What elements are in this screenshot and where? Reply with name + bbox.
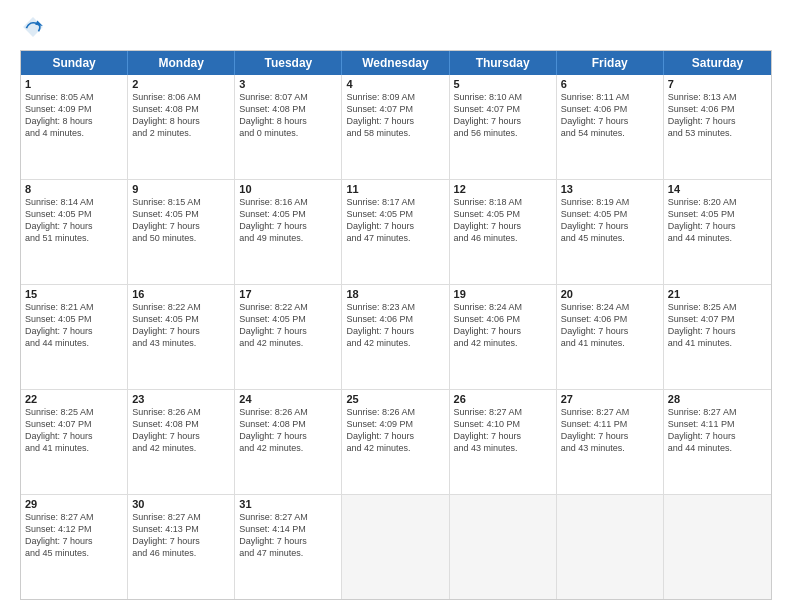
day-number: 14 xyxy=(668,183,767,195)
day-info: Sunrise: 8:27 AMSunset: 4:10 PMDaylight:… xyxy=(454,406,552,455)
calendar-row: 8Sunrise: 8:14 AMSunset: 4:05 PMDaylight… xyxy=(21,180,771,285)
calendar-cell xyxy=(557,495,664,599)
calendar-cell: 30Sunrise: 8:27 AMSunset: 4:13 PMDayligh… xyxy=(128,495,235,599)
calendar-cell: 28Sunrise: 8:27 AMSunset: 4:11 PMDayligh… xyxy=(664,390,771,494)
calendar-cell: 4Sunrise: 8:09 AMSunset: 4:07 PMDaylight… xyxy=(342,75,449,179)
day-info: Sunrise: 8:19 AMSunset: 4:05 PMDaylight:… xyxy=(561,196,659,245)
logo-icon xyxy=(22,16,44,38)
day-number: 17 xyxy=(239,288,337,300)
day-number: 6 xyxy=(561,78,659,90)
day-number: 2 xyxy=(132,78,230,90)
day-number: 21 xyxy=(668,288,767,300)
day-info: Sunrise: 8:24 AMSunset: 4:06 PMDaylight:… xyxy=(454,301,552,350)
weekday-header: Wednesday xyxy=(342,51,449,75)
calendar-cell: 9Sunrise: 8:15 AMSunset: 4:05 PMDaylight… xyxy=(128,180,235,284)
calendar-cell: 27Sunrise: 8:27 AMSunset: 4:11 PMDayligh… xyxy=(557,390,664,494)
day-number: 16 xyxy=(132,288,230,300)
day-number: 3 xyxy=(239,78,337,90)
day-number: 23 xyxy=(132,393,230,405)
day-info: Sunrise: 8:27 AMSunset: 4:11 PMDaylight:… xyxy=(561,406,659,455)
day-info: Sunrise: 8:05 AMSunset: 4:09 PMDaylight:… xyxy=(25,91,123,140)
calendar-cell: 16Sunrise: 8:22 AMSunset: 4:05 PMDayligh… xyxy=(128,285,235,389)
calendar-cell: 22Sunrise: 8:25 AMSunset: 4:07 PMDayligh… xyxy=(21,390,128,494)
day-info: Sunrise: 8:17 AMSunset: 4:05 PMDaylight:… xyxy=(346,196,444,245)
day-info: Sunrise: 8:14 AMSunset: 4:05 PMDaylight:… xyxy=(25,196,123,245)
day-info: Sunrise: 8:23 AMSunset: 4:06 PMDaylight:… xyxy=(346,301,444,350)
day-info: Sunrise: 8:09 AMSunset: 4:07 PMDaylight:… xyxy=(346,91,444,140)
calendar-cell: 18Sunrise: 8:23 AMSunset: 4:06 PMDayligh… xyxy=(342,285,449,389)
calendar-cell: 6Sunrise: 8:11 AMSunset: 4:06 PMDaylight… xyxy=(557,75,664,179)
day-number: 11 xyxy=(346,183,444,195)
day-info: Sunrise: 8:10 AMSunset: 4:07 PMDaylight:… xyxy=(454,91,552,140)
day-number: 10 xyxy=(239,183,337,195)
day-number: 28 xyxy=(668,393,767,405)
weekday-header: Saturday xyxy=(664,51,771,75)
day-info: Sunrise: 8:15 AMSunset: 4:05 PMDaylight:… xyxy=(132,196,230,245)
calendar-cell: 31Sunrise: 8:27 AMSunset: 4:14 PMDayligh… xyxy=(235,495,342,599)
day-number: 4 xyxy=(346,78,444,90)
day-info: Sunrise: 8:24 AMSunset: 4:06 PMDaylight:… xyxy=(561,301,659,350)
day-number: 22 xyxy=(25,393,123,405)
day-number: 31 xyxy=(239,498,337,510)
day-number: 30 xyxy=(132,498,230,510)
day-number: 29 xyxy=(25,498,123,510)
calendar-cell: 5Sunrise: 8:10 AMSunset: 4:07 PMDaylight… xyxy=(450,75,557,179)
day-info: Sunrise: 8:11 AMSunset: 4:06 PMDaylight:… xyxy=(561,91,659,140)
calendar-cell: 11Sunrise: 8:17 AMSunset: 4:05 PMDayligh… xyxy=(342,180,449,284)
day-number: 8 xyxy=(25,183,123,195)
day-info: Sunrise: 8:27 AMSunset: 4:11 PMDaylight:… xyxy=(668,406,767,455)
page: SundayMondayTuesdayWednesdayThursdayFrid… xyxy=(0,0,792,612)
calendar-cell: 17Sunrise: 8:22 AMSunset: 4:05 PMDayligh… xyxy=(235,285,342,389)
calendar-cell: 23Sunrise: 8:26 AMSunset: 4:08 PMDayligh… xyxy=(128,390,235,494)
calendar-cell: 8Sunrise: 8:14 AMSunset: 4:05 PMDaylight… xyxy=(21,180,128,284)
day-info: Sunrise: 8:26 AMSunset: 4:08 PMDaylight:… xyxy=(239,406,337,455)
weekday-header: Sunday xyxy=(21,51,128,75)
calendar-row: 29Sunrise: 8:27 AMSunset: 4:12 PMDayligh… xyxy=(21,495,771,599)
day-info: Sunrise: 8:27 AMSunset: 4:12 PMDaylight:… xyxy=(25,511,123,560)
day-info: Sunrise: 8:26 AMSunset: 4:09 PMDaylight:… xyxy=(346,406,444,455)
day-number: 25 xyxy=(346,393,444,405)
day-info: Sunrise: 8:16 AMSunset: 4:05 PMDaylight:… xyxy=(239,196,337,245)
day-info: Sunrise: 8:20 AMSunset: 4:05 PMDaylight:… xyxy=(668,196,767,245)
weekday-header: Friday xyxy=(557,51,664,75)
calendar-cell: 15Sunrise: 8:21 AMSunset: 4:05 PMDayligh… xyxy=(21,285,128,389)
day-info: Sunrise: 8:27 AMSunset: 4:14 PMDaylight:… xyxy=(239,511,337,560)
calendar-cell: 19Sunrise: 8:24 AMSunset: 4:06 PMDayligh… xyxy=(450,285,557,389)
day-info: Sunrise: 8:26 AMSunset: 4:08 PMDaylight:… xyxy=(132,406,230,455)
calendar-body: 1Sunrise: 8:05 AMSunset: 4:09 PMDaylight… xyxy=(21,75,771,599)
day-number: 9 xyxy=(132,183,230,195)
calendar-cell: 25Sunrise: 8:26 AMSunset: 4:09 PMDayligh… xyxy=(342,390,449,494)
calendar-cell: 26Sunrise: 8:27 AMSunset: 4:10 PMDayligh… xyxy=(450,390,557,494)
day-number: 13 xyxy=(561,183,659,195)
calendar-cell: 13Sunrise: 8:19 AMSunset: 4:05 PMDayligh… xyxy=(557,180,664,284)
day-info: Sunrise: 8:21 AMSunset: 4:05 PMDaylight:… xyxy=(25,301,123,350)
day-info: Sunrise: 8:25 AMSunset: 4:07 PMDaylight:… xyxy=(25,406,123,455)
calendar-header: SundayMondayTuesdayWednesdayThursdayFrid… xyxy=(21,51,771,75)
day-info: Sunrise: 8:13 AMSunset: 4:06 PMDaylight:… xyxy=(668,91,767,140)
calendar-cell: 3Sunrise: 8:07 AMSunset: 4:08 PMDaylight… xyxy=(235,75,342,179)
calendar-cell: 7Sunrise: 8:13 AMSunset: 4:06 PMDaylight… xyxy=(664,75,771,179)
day-number: 5 xyxy=(454,78,552,90)
calendar-cell: 29Sunrise: 8:27 AMSunset: 4:12 PMDayligh… xyxy=(21,495,128,599)
calendar-cell: 2Sunrise: 8:06 AMSunset: 4:08 PMDaylight… xyxy=(128,75,235,179)
day-info: Sunrise: 8:22 AMSunset: 4:05 PMDaylight:… xyxy=(132,301,230,350)
day-number: 1 xyxy=(25,78,123,90)
calendar-row: 15Sunrise: 8:21 AMSunset: 4:05 PMDayligh… xyxy=(21,285,771,390)
calendar-cell: 12Sunrise: 8:18 AMSunset: 4:05 PMDayligh… xyxy=(450,180,557,284)
day-info: Sunrise: 8:27 AMSunset: 4:13 PMDaylight:… xyxy=(132,511,230,560)
calendar-cell xyxy=(664,495,771,599)
calendar-cell xyxy=(450,495,557,599)
day-number: 15 xyxy=(25,288,123,300)
calendar: SundayMondayTuesdayWednesdayThursdayFrid… xyxy=(20,50,772,600)
day-number: 24 xyxy=(239,393,337,405)
day-info: Sunrise: 8:22 AMSunset: 4:05 PMDaylight:… xyxy=(239,301,337,350)
day-number: 18 xyxy=(346,288,444,300)
weekday-header: Tuesday xyxy=(235,51,342,75)
day-info: Sunrise: 8:18 AMSunset: 4:05 PMDaylight:… xyxy=(454,196,552,245)
weekday-header: Monday xyxy=(128,51,235,75)
calendar-cell: 24Sunrise: 8:26 AMSunset: 4:08 PMDayligh… xyxy=(235,390,342,494)
day-number: 7 xyxy=(668,78,767,90)
calendar-cell: 21Sunrise: 8:25 AMSunset: 4:07 PMDayligh… xyxy=(664,285,771,389)
calendar-row: 22Sunrise: 8:25 AMSunset: 4:07 PMDayligh… xyxy=(21,390,771,495)
day-number: 26 xyxy=(454,393,552,405)
